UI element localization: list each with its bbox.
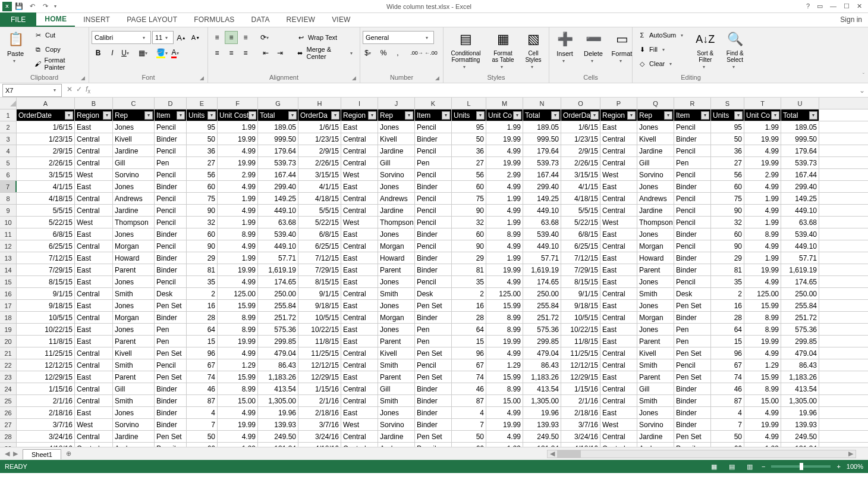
filter-dropdown-icon[interactable]: ▾ bbox=[734, 111, 743, 120]
cell[interactable]: 5/22/15 bbox=[17, 217, 75, 228]
format-cells-button[interactable]: ▭Format▾ bbox=[609, 29, 635, 65]
cell[interactable]: 449.10 bbox=[523, 240, 561, 252]
cell[interactable]: West bbox=[600, 217, 637, 228]
number-dialog-launcher[interactable]: ◢ bbox=[435, 75, 439, 81]
cell[interactable]: Jardine bbox=[637, 205, 674, 216]
cell[interactable]: 1/6/15 bbox=[17, 121, 75, 133]
cell[interactable]: 1/23/15 bbox=[561, 133, 600, 145]
align-top-button[interactable]: ≡ bbox=[210, 31, 224, 44]
cell[interactable]: Pencil bbox=[674, 276, 711, 287]
cell[interactable]: 174.65 bbox=[523, 276, 561, 287]
cell[interactable]: 9/18/15 bbox=[298, 300, 341, 311]
cell[interactable]: 7/12/15 bbox=[298, 252, 341, 264]
cell[interactable]: Jardine bbox=[637, 431, 674, 442]
cell[interactable]: 1/6/15 bbox=[298, 121, 341, 133]
cell[interactable]: 255.84 bbox=[523, 300, 561, 311]
cell[interactable]: Central bbox=[75, 145, 113, 156]
cell[interactable]: Thompson bbox=[378, 217, 415, 228]
column-header-H[interactable]: H bbox=[298, 98, 341, 109]
cell[interactable]: 1.99 bbox=[744, 217, 781, 228]
cell[interactable]: Binder bbox=[415, 133, 452, 145]
filter-dropdown-icon[interactable]: ▾ bbox=[368, 111, 376, 120]
cell[interactable]: East bbox=[75, 371, 113, 383]
cell[interactable]: 90 bbox=[711, 240, 744, 252]
cell[interactable]: 27 bbox=[187, 157, 218, 168]
filter-dropdown-icon[interactable]: ▾ bbox=[65, 111, 73, 120]
cell[interactable]: 12/12/15 bbox=[298, 359, 341, 371]
cell[interactable]: Jones bbox=[378, 300, 415, 311]
cell[interactable]: 3/15/15 bbox=[561, 169, 600, 180]
cell[interactable]: 1.99 bbox=[218, 217, 258, 228]
cell[interactable]: Pencil bbox=[155, 359, 187, 371]
cell[interactable]: Central bbox=[600, 193, 637, 204]
cell[interactable]: East bbox=[600, 252, 637, 264]
cell[interactable]: Sorvino bbox=[113, 419, 155, 430]
cell[interactable]: 95 bbox=[187, 121, 218, 133]
cell[interactable]: Parent bbox=[378, 264, 415, 275]
align-right-button[interactable]: ≡ bbox=[239, 46, 252, 59]
cell[interactable]: Binder bbox=[155, 395, 187, 406]
cell[interactable]: 19.96 bbox=[258, 407, 298, 418]
column-header-R[interactable]: R bbox=[674, 98, 711, 109]
row-header[interactable]: 12 bbox=[0, 240, 17, 252]
cell[interactable]: 9/18/15 bbox=[17, 300, 75, 311]
align-left-button[interactable]: ≡ bbox=[210, 46, 224, 59]
cell[interactable]: East bbox=[600, 264, 637, 275]
cell[interactable]: Smith bbox=[637, 359, 674, 371]
cell[interactable]: Binder bbox=[155, 133, 187, 145]
filter-dropdown-icon[interactable]: ▾ bbox=[288, 111, 297, 120]
cell[interactable]: Binder bbox=[674, 228, 711, 240]
cell[interactable]: 539.40 bbox=[258, 228, 298, 240]
filter-dropdown-icon[interactable]: ▾ bbox=[103, 111, 111, 120]
cell[interactable]: Jones bbox=[378, 276, 415, 287]
cell[interactable]: 11/8/15 bbox=[17, 336, 75, 347]
cell[interactable]: Pen Set bbox=[155, 300, 187, 311]
row-header[interactable]: 2 bbox=[0, 121, 17, 133]
row-header[interactable]: 1 bbox=[0, 109, 17, 121]
cell[interactable]: 4 bbox=[452, 407, 486, 418]
cell[interactable]: 539.73 bbox=[523, 157, 561, 168]
cell[interactable]: 4/18/15 bbox=[17, 193, 75, 204]
tab-data[interactable]: DATA bbox=[243, 12, 278, 27]
cell[interactable]: 36 bbox=[452, 145, 486, 156]
cell[interactable]: 3/15/15 bbox=[17, 169, 75, 180]
cell[interactable]: Pen bbox=[155, 157, 187, 168]
column-header-S[interactable]: S bbox=[711, 98, 744, 109]
cell[interactable]: 167.44 bbox=[523, 169, 561, 180]
cell[interactable]: Central bbox=[600, 443, 637, 447]
cell[interactable]: West bbox=[75, 169, 113, 180]
cell[interactable]: 1.29 bbox=[486, 359, 523, 371]
cell[interactable]: Central bbox=[600, 312, 637, 323]
cell[interactable]: Pencil bbox=[155, 276, 187, 287]
row-header[interactable]: 3 bbox=[0, 133, 17, 145]
cell[interactable]: East bbox=[600, 371, 637, 383]
cell[interactable]: Central bbox=[75, 288, 113, 299]
cell[interactable]: 2/1/16 bbox=[17, 395, 75, 406]
filter-dropdown-icon[interactable]: ▾ bbox=[551, 111, 559, 120]
cell[interactable]: 2/1/16 bbox=[561, 395, 600, 406]
cell[interactable]: Binder bbox=[155, 407, 187, 418]
help-icon[interactable]: ? bbox=[806, 2, 810, 10]
cell[interactable]: Central bbox=[341, 359, 378, 371]
sheet-tab[interactable]: Sheet1 bbox=[23, 449, 61, 459]
cell[interactable]: Binder bbox=[155, 312, 187, 323]
cell[interactable]: Pen bbox=[674, 336, 711, 347]
cell[interactable]: Central bbox=[600, 383, 637, 394]
cut-button[interactable]: ✂Cut bbox=[31, 29, 86, 42]
cell[interactable]: Howard bbox=[637, 252, 674, 264]
cell[interactable]: 1.99 bbox=[218, 193, 258, 204]
cell[interactable]: Thompson bbox=[637, 217, 674, 228]
cell[interactable]: Andrews bbox=[378, 443, 415, 447]
cell[interactable]: Central bbox=[341, 288, 378, 299]
cell[interactable]: 174.65 bbox=[258, 276, 298, 287]
cell[interactable]: 413.54 bbox=[781, 383, 819, 394]
cell[interactable]: 249.50 bbox=[523, 431, 561, 442]
cell[interactable]: 5/22/15 bbox=[561, 217, 600, 228]
table-column-header[interactable]: Item▾ bbox=[415, 109, 452, 121]
cell[interactable]: Binder bbox=[674, 252, 711, 264]
cell[interactable]: 95 bbox=[452, 121, 486, 133]
cell[interactable]: Central bbox=[600, 395, 637, 406]
cell[interactable]: 19.99 bbox=[486, 419, 523, 430]
cell[interactable]: 4.99 bbox=[744, 347, 781, 359]
cell[interactable]: 3/7/16 bbox=[561, 419, 600, 430]
